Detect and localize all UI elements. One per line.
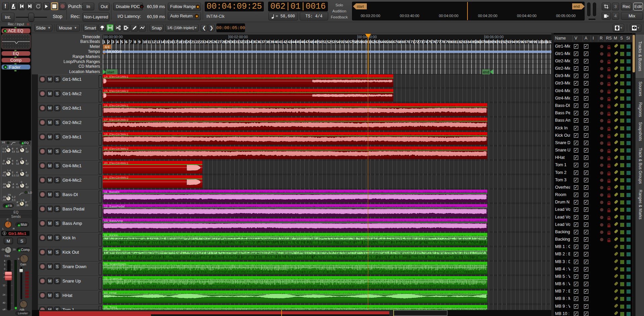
svg-text:end: end xyxy=(483,70,489,74)
svg-text:end: end xyxy=(574,4,580,8)
svg-text:start: start xyxy=(107,70,114,74)
svg-text:start: start xyxy=(357,4,364,8)
